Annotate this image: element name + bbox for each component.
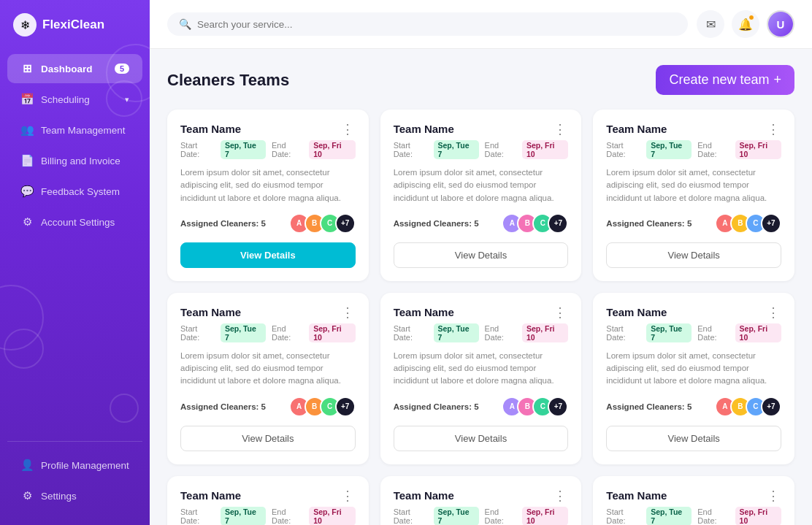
- card-title: Team Name: [606, 306, 667, 318]
- card-header: Team Name ⋮: [180, 489, 356, 502]
- sidebar-item-account-settings[interactable]: ⚙ Account Settings: [7, 207, 142, 237]
- end-date-label: End Date:: [485, 507, 519, 525]
- start-date-label: Start Date:: [606, 324, 643, 342]
- search-bar[interactable]: 🔍: [167, 12, 688, 36]
- card-header: Team Name ⋮: [180, 123, 356, 136]
- card-menu-button[interactable]: ⋮: [765, 123, 781, 136]
- sidebar-item-dashboard-label: Dashboard: [41, 64, 93, 74]
- start-date-label: Start Date:: [394, 507, 431, 525]
- scheduling-icon: 📅: [20, 93, 34, 106]
- sidebar-item-dashboard[interactable]: ⊞ Dashboard 5: [7, 54, 142, 83]
- sidebar-item-settings-label: Settings: [41, 491, 77, 502]
- view-details-button[interactable]: View Details: [606, 242, 781, 268]
- card-dates: Start Date: Sep, Tue 7 End Date: Sep, Fr…: [606, 507, 781, 526]
- logo-icon: ❄: [13, 13, 37, 37]
- sidebar-item-team-label: Team Management: [41, 125, 126, 136]
- card-dates: Start Date: Sep, Tue 7 End Date: Sep, Fr…: [606, 323, 781, 342]
- team-card: Team Name ⋮ Start Date: Sep, Tue 7 End D…: [167, 293, 369, 464]
- start-date-label: Start Date:: [394, 141, 431, 158]
- view-details-button[interactable]: View Details: [180, 242, 356, 268]
- start-date-label: Start Date:: [180, 324, 218, 342]
- start-date-badge: Sep, Tue 7: [646, 323, 692, 342]
- start-date-badge: Sep, Tue 7: [646, 140, 692, 159]
- card-menu-button[interactable]: ⋮: [765, 489, 781, 502]
- brand-name: FlexiClean: [42, 18, 104, 32]
- create-new-team-button[interactable]: Create new team +: [656, 65, 794, 95]
- card-title: Team Name: [180, 489, 241, 502]
- feedback-icon: 💬: [20, 185, 34, 198]
- cleaners-avatars: ABC +7: [715, 396, 781, 417]
- start-date-badge: Sep, Tue 7: [221, 140, 266, 159]
- end-date-label: End Date:: [485, 324, 519, 342]
- sidebar-item-feedback-label: Feedback System: [41, 186, 120, 197]
- card-dates: Start Date: Sep, Tue 7 End Date: Sep, Fr…: [394, 140, 569, 159]
- card-menu-button[interactable]: ⋮: [340, 489, 356, 502]
- card-header: Team Name ⋮: [394, 489, 569, 502]
- end-date-badge: Sep, Fri 10: [735, 507, 781, 526]
- card-menu-button[interactable]: ⋮: [552, 306, 568, 319]
- plus-icon: +: [773, 72, 781, 88]
- end-date-badge: Sep, Fri 10: [309, 507, 355, 526]
- team-grid: Team Name ⋮ Start Date: Sep, Tue 7 End D…: [167, 110, 794, 525]
- card-title: Team Name: [180, 123, 241, 135]
- start-date-badge: Sep, Tue 7: [221, 507, 266, 526]
- card-header: Team Name ⋮: [606, 123, 781, 136]
- mail-button[interactable]: ✉: [697, 10, 724, 38]
- chevron-down-icon: ▾: [125, 95, 129, 104]
- sidebar-item-profile-management[interactable]: 👤 Profile Management: [7, 451, 142, 480]
- card-title: Team Name: [394, 306, 454, 318]
- card-title: Team Name: [394, 489, 454, 502]
- card-menu-button[interactable]: ⋮: [552, 489, 568, 502]
- extra-cleaners-badge: +7: [761, 213, 781, 234]
- end-date-label: End Date:: [697, 324, 732, 342]
- card-header: Team Name ⋮: [394, 123, 569, 136]
- end-date-label: End Date:: [272, 324, 306, 342]
- end-date-label: End Date:: [272, 507, 306, 525]
- sidebar-item-scheduling-label: Scheduling: [41, 94, 90, 105]
- team-card: Team Name ⋮ Start Date: Sep, Tue 7 End D…: [380, 293, 582, 464]
- sidebar-item-team-management[interactable]: 👥 Team Management: [7, 115, 142, 145]
- view-details-button[interactable]: View Details: [394, 242, 569, 268]
- search-icon: 🔍: [179, 18, 191, 30]
- card-menu-button[interactable]: ⋮: [552, 123, 568, 136]
- cleaners-avatars: ABC +7: [502, 396, 568, 417]
- card-cleaners: Assigned Cleaners: 5 ABC +7: [606, 213, 781, 234]
- page-title: Cleaners Teams: [167, 71, 289, 90]
- sidebar-nav: ⊞ Dashboard 5 📅 Scheduling ▾ 👥 Team Mana…: [0, 47, 150, 441]
- view-details-button[interactable]: View Details: [394, 426, 569, 451]
- extra-cleaners-badge: +7: [335, 396, 356, 417]
- card-dates: Start Date: Sep, Tue 7 End Date: Sep, Fr…: [180, 507, 356, 526]
- card-cleaners: Assigned Cleaners: 5 ABC +7: [180, 396, 356, 417]
- card-title: Team Name: [180, 306, 241, 318]
- search-input[interactable]: [197, 19, 676, 30]
- card-title: Team Name: [606, 123, 667, 135]
- sidebar-item-settings[interactable]: ⚙ Settings: [7, 481, 142, 510]
- start-date-label: Start Date:: [394, 324, 431, 342]
- card-menu-button[interactable]: ⋮: [340, 306, 356, 319]
- extra-cleaners-badge: +7: [548, 396, 568, 417]
- card-cleaners: Assigned Cleaners: 5 ABC +7: [394, 396, 569, 417]
- end-date-badge: Sep, Fri 10: [522, 323, 568, 342]
- card-dates: Start Date: Sep, Tue 7 End Date: Sep, Fr…: [394, 507, 569, 526]
- user-avatar: U: [768, 12, 793, 37]
- card-menu-button[interactable]: ⋮: [340, 123, 356, 136]
- start-date-label: Start Date:: [606, 507, 643, 525]
- sidebar-item-feedback[interactable]: 💬 Feedback System: [7, 177, 142, 206]
- start-date-badge: Sep, Tue 7: [434, 323, 479, 342]
- end-date-label: End Date:: [697, 507, 732, 525]
- card-description: Lorem ipsum dolor sit amet, consectetur …: [394, 166, 569, 204]
- end-date-badge: Sep, Fri 10: [522, 140, 568, 159]
- sidebar-item-scheduling[interactable]: 📅 Scheduling ▾: [7, 85, 142, 114]
- end-date-badge: Sep, Fri 10: [735, 140, 781, 159]
- view-details-button[interactable]: View Details: [180, 426, 356, 451]
- card-menu-button[interactable]: ⋮: [765, 306, 781, 319]
- sidebar-item-billing[interactable]: 📄 Billing and Invoice: [7, 146, 142, 175]
- sidebar-item-billing-label: Billing and Invoice: [41, 156, 120, 166]
- notification-button[interactable]: 🔔: [732, 10, 759, 38]
- sidebar-item-account-settings-label: Account Settings: [41, 217, 115, 228]
- view-details-button[interactable]: View Details: [606, 426, 781, 451]
- team-card: Team Name ⋮ Start Date: Sep, Tue 7 End D…: [593, 293, 794, 464]
- user-avatar-button[interactable]: U: [767, 10, 794, 38]
- start-date-badge: Sep, Tue 7: [221, 323, 266, 342]
- card-description: Lorem ipsum dolor sit amet, consectetur …: [606, 166, 781, 204]
